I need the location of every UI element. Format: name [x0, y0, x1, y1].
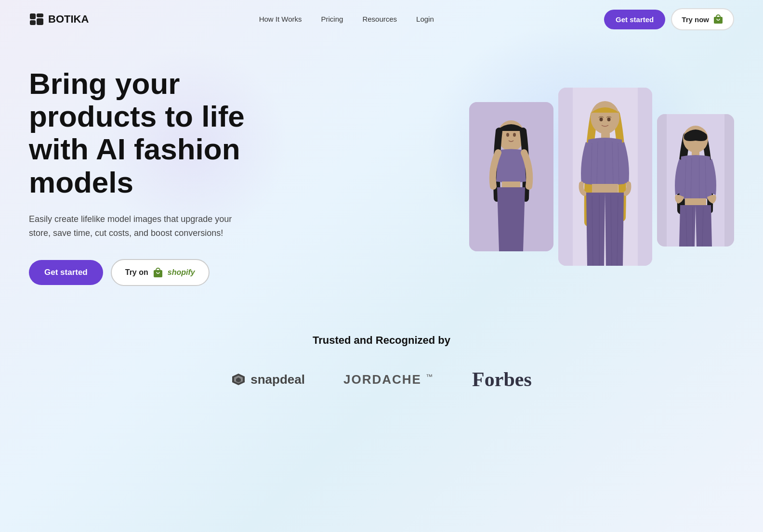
svg-point-13 — [591, 101, 619, 134]
shopify-label: shopify — [168, 268, 195, 277]
nav-try-now-button[interactable]: Try now — [671, 8, 734, 30]
hero-get-started-button[interactable]: Get started — [29, 260, 103, 285]
brand-forbes: Forbes — [472, 368, 532, 391]
try-on-label: Try on — [125, 268, 148, 277]
svg-rect-0 — [30, 13, 36, 19]
svg-rect-8 — [502, 182, 520, 187]
model-center-figure — [558, 88, 652, 266]
model-image-left — [469, 102, 553, 251]
nav-pricing[interactable]: Pricing — [321, 15, 343, 23]
model-image-center — [558, 88, 652, 266]
nav-how-it-works[interactable]: How It Works — [259, 15, 302, 23]
model-image-right — [657, 114, 734, 247]
nav-resources[interactable]: Resources — [362, 15, 397, 23]
hero-images — [469, 88, 734, 266]
shopify-bag-icon — [713, 14, 724, 25]
model-right-figure — [657, 114, 734, 247]
nav-links: How It Works Pricing Resources Login — [259, 15, 434, 24]
hero-section: Bring your products to life with AI fash… — [0, 39, 763, 305]
nav-actions: Get started Try now — [604, 8, 734, 30]
svg-rect-1 — [30, 20, 36, 25]
snapdeal-label: snapdeal — [250, 372, 305, 387]
trusted-section: Trusted and Recognized by snapdeal JORDA… — [0, 305, 763, 410]
svg-rect-20 — [592, 184, 618, 193]
forbes-label: Forbes — [472, 368, 532, 390]
hero-title: Bring your products to life with AI fash… — [29, 67, 279, 199]
snapdeal-icon — [231, 373, 246, 386]
shopify-hero-bag-icon — [152, 267, 164, 278]
svg-point-10 — [513, 133, 516, 137]
svg-point-25 — [600, 117, 603, 121]
hero-left: Bring your products to life with AI fash… — [29, 67, 279, 286]
svg-point-9 — [506, 133, 509, 137]
hero-subtitle: Easily create lifelike model images that… — [29, 212, 236, 240]
hero-buttons: Get started Try on shopify — [29, 259, 279, 286]
nav-login[interactable]: Login — [416, 15, 434, 23]
svg-rect-3 — [37, 18, 43, 25]
nav-get-started-button[interactable]: Get started — [604, 10, 665, 29]
hero-try-shopify-button[interactable]: Try on shopify — [111, 259, 210, 286]
logo-text: BOTIKA — [48, 13, 89, 26]
try-now-label: Try now — [682, 15, 709, 24]
navbar: BOTIKA How It Works Pricing Resources Lo… — [0, 0, 763, 39]
svg-point-26 — [607, 117, 611, 121]
logo-link[interactable]: BOTIKA — [29, 12, 89, 27]
brand-snapdeal: snapdeal — [231, 372, 305, 387]
svg-rect-2 — [37, 13, 43, 17]
botika-logo-icon — [29, 12, 44, 27]
model-left-figure — [469, 102, 553, 251]
jordache-label: JORDACHE — [343, 372, 421, 387]
trusted-logos: snapdeal JORDACHE ™ Forbes — [29, 368, 734, 391]
trusted-title: Trusted and Recognized by — [29, 334, 734, 347]
svg-rect-35 — [685, 198, 706, 205]
brand-jordache: JORDACHE ™ — [343, 372, 434, 387]
